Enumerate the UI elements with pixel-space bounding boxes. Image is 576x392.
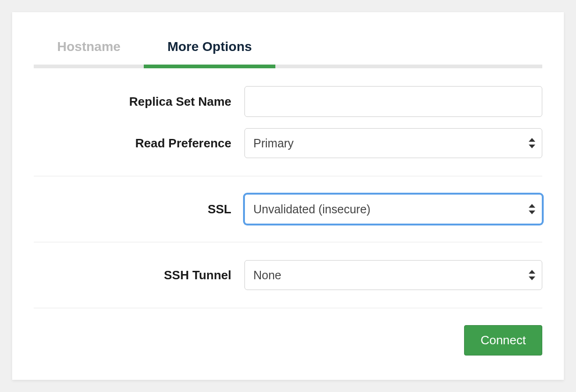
button-row: Connect [34,308,542,356]
updown-arrows-icon [529,270,535,280]
connect-button-label: Connect [480,333,526,347]
section-ssh: SSH Tunnel None [34,242,542,308]
replica-set-control-wrap [244,86,542,117]
tab-hostname[interactable]: Hostname [34,26,144,65]
row-ssl: SSL Unvalidated (insecure) [34,189,542,230]
ssl-select[interactable]: Unvalidated (insecure) [244,194,542,224]
ssh-tunnel-label: SSH Tunnel [34,268,244,283]
connection-panel: Hostname More Options Replica Set Name R… [12,12,564,380]
tab-more-options-label: More Options [167,39,251,54]
ssh-tunnel-value: None [253,269,281,282]
tab-hostname-label: Hostname [57,39,120,54]
updown-arrows-icon [529,204,535,214]
ssl-control-wrap: Unvalidated (insecure) [244,194,542,224]
section-ssl: SSL Unvalidated (insecure) [34,176,542,242]
replica-set-input[interactable] [244,86,542,117]
read-preference-control-wrap: Primary [244,128,542,158]
read-preference-value: Primary [253,137,294,150]
tab-more-options[interactable]: More Options [144,26,275,65]
replica-set-label: Replica Set Name [34,94,244,109]
row-ssh-tunnel: SSH Tunnel None [34,254,542,296]
section-replica-read: Replica Set Name Read Preference Primary [34,68,542,176]
connect-button[interactable]: Connect [464,325,542,356]
read-preference-select[interactable]: Primary [244,128,542,158]
updown-arrows-icon [529,138,535,148]
read-preference-label: Read Preference [34,136,244,151]
ssl-value: Unvalidated (insecure) [253,203,370,216]
tab-bar: Hostname More Options [34,26,542,68]
row-replica-set: Replica Set Name [34,80,542,123]
row-read-preference: Read Preference Primary [34,123,542,164]
ssh-tunnel-select[interactable]: None [244,260,542,290]
ssh-tunnel-control-wrap: None [244,260,542,290]
ssl-label: SSL [34,202,244,217]
